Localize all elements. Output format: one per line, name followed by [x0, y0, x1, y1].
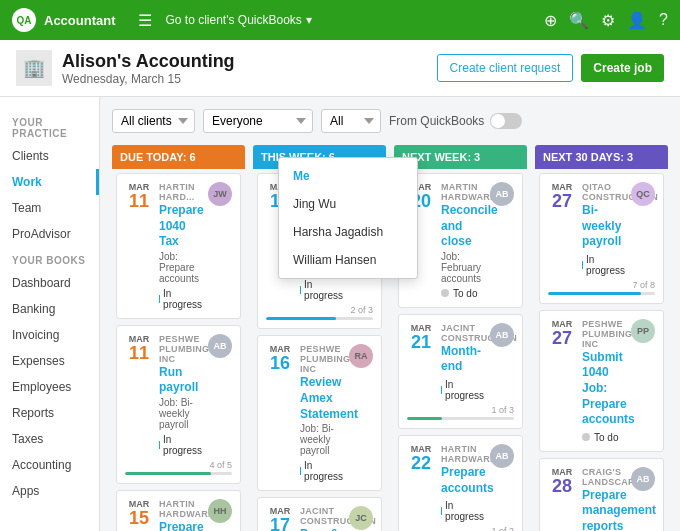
sidebar-item-employees[interactable]: Employees — [0, 374, 99, 400]
progress-bar-wrap: 1 of 2 — [407, 526, 514, 531]
table-row[interactable]: MAR 22 HARTIN HARDWARE Prepare accounts … — [398, 435, 523, 531]
card-date: MAR 11 — [125, 182, 153, 210]
card-date: MAR 21 — [407, 323, 435, 351]
client-header: 🏢 Alison's Accounting Wednesday, March 1… — [0, 40, 680, 97]
table-row[interactable]: MAR 28 CRAIG'S LANDSCAPING Prepare manag… — [539, 458, 664, 531]
sidebar-item-taxes[interactable]: Taxes — [0, 426, 99, 452]
goto-label: Go to client's QuickBooks — [166, 13, 302, 27]
status-dot — [582, 433, 590, 441]
sidebar: YOUR PRACTICE Clients Work Team ProAdvis… — [0, 97, 100, 531]
avatar: AB — [208, 334, 232, 358]
sidebar-section-books: YOUR BOOKS — [0, 247, 99, 270]
table-row[interactable]: MAR 16 PESHWE PLUMBING INC Review Amex S… — [257, 335, 382, 491]
column-due-today: DUE TODAY: 6 MAR 11 HARTIN HARD... Prepa… — [112, 145, 245, 531]
table-row[interactable]: MAR 21 JACINT CONSTRUCTION Month-end In … — [398, 314, 523, 429]
create-job-button[interactable]: Create job — [581, 54, 664, 82]
toggle-knob — [491, 114, 505, 128]
client-info: 🏢 Alison's Accounting Wednesday, March 1… — [16, 50, 235, 86]
col-content-due-today: MAR 11 HARTIN HARD... Prepare 1040 Tax J… — [112, 169, 245, 531]
avatar: JC — [349, 506, 373, 530]
table-row[interactable]: MAR 27 PESHWE PLUMBING INC Submit 1040 J… — [539, 310, 664, 452]
create-request-button[interactable]: Create client request — [437, 54, 574, 82]
status-label: In progress — [586, 254, 625, 276]
status-label: In progress — [304, 279, 343, 301]
card-date: MAR 17 — [266, 506, 294, 531]
client-date: Wednesday, March 15 — [62, 72, 235, 86]
card-date: MAR 27 — [548, 319, 576, 347]
app-logo: QA — [12, 8, 36, 32]
col-content-next-30: MAR 27 QITAO CONSTRUCTION Bi-weekly payr… — [535, 169, 668, 531]
dropdown-item-william[interactable]: William Hansen — [279, 246, 417, 274]
progress-bar-wrap: 2 of 3 — [266, 305, 373, 320]
nav-icons: ⊕ 🔍 ⚙ 👤 ? — [544, 11, 668, 30]
progress-bar-wrap: 4 of 5 — [125, 460, 232, 475]
dropdown-item-me[interactable]: Me — [279, 162, 417, 190]
sidebar-section-practice: YOUR PRACTICE — [0, 109, 99, 143]
filters-bar: All clients Everyone All From QuickBooks — [112, 109, 668, 133]
app-brand: Accountant — [44, 13, 116, 28]
column-next-30: NEXT 30 DAYS: 3 MAR 27 QITAO CONSTRUCTIO… — [535, 145, 668, 531]
avatar: PP — [631, 319, 655, 343]
table-row[interactable]: MAR 15 HARTIN HARDWARE Prepare accounts … — [116, 490, 241, 531]
sidebar-item-accounting[interactable]: Accounting — [0, 452, 99, 478]
help-icon[interactable]: ? — [659, 11, 668, 29]
from-quickbooks-toggle[interactable] — [490, 113, 522, 129]
sidebar-item-reports[interactable]: Reports — [0, 400, 99, 426]
avatar: AB — [631, 467, 655, 491]
sidebar-item-proadvisor[interactable]: ProAdvisor — [0, 221, 99, 247]
sidebar-item-expenses[interactable]: Expenses — [0, 348, 99, 374]
settings-icon[interactable]: ⚙ — [601, 11, 615, 30]
col-header-due-today: DUE TODAY: 6 — [112, 145, 245, 169]
progress-bar-wrap: 1 of 3 — [407, 405, 514, 420]
card-date: MAR 16 — [266, 344, 294, 372]
avatar: QC — [631, 182, 655, 206]
avatar: AB — [490, 323, 514, 347]
card-date: MAR 11 — [125, 334, 153, 362]
status-label: To do — [594, 432, 618, 443]
sidebar-item-banking[interactable]: Banking — [0, 296, 99, 322]
goto-quickbooks[interactable]: Go to client's QuickBooks ▾ — [166, 13, 312, 27]
table-row[interactable]: MAR 17 JACINT CONSTRUCTION Prep & submit… — [257, 497, 382, 531]
logo-text: QA — [17, 15, 32, 26]
progress-bar-wrap: 7 of 8 — [548, 280, 655, 295]
everyone-dropdown[interactable]: Me Jing Wu Harsha Jagadish William Hanse… — [278, 157, 418, 279]
main-content: All clients Everyone All From QuickBooks… — [100, 97, 680, 531]
status-label: To do — [453, 288, 477, 299]
add-icon[interactable]: ⊕ — [544, 11, 557, 30]
card-date: MAR 27 — [548, 182, 576, 210]
col-header-next-30: NEXT 30 DAYS: 3 — [535, 145, 668, 169]
top-nav: QA Accountant ☰ Go to client's QuickBook… — [0, 0, 680, 40]
main-layout: YOUR PRACTICE Clients Work Team ProAdvis… — [0, 97, 680, 531]
sidebar-item-invoicing[interactable]: Invoicing — [0, 322, 99, 348]
sidebar-item-work[interactable]: Work — [0, 169, 99, 195]
table-row[interactable]: MAR 11 PESHWE PLUMBING INC Run payroll J… — [116, 325, 241, 484]
card-date: MAR 22 — [407, 444, 435, 472]
from-quickbooks-filter: From QuickBooks — [389, 113, 522, 129]
status-label: In progress — [163, 288, 202, 310]
dropdown-item-harsha[interactable]: Harsha Jagadish — [279, 218, 417, 246]
table-row[interactable]: MAR 27 QITAO CONSTRUCTION Bi-weekly payr… — [539, 173, 664, 304]
status-dot — [441, 289, 449, 297]
dropdown-item-jing[interactable]: Jing Wu — [279, 190, 417, 218]
avatar: RA — [349, 344, 373, 368]
card-date: MAR 15 — [125, 499, 153, 527]
client-name: Alison's Accounting — [62, 51, 235, 72]
user-icon[interactable]: 👤 — [627, 11, 647, 30]
sidebar-item-clients[interactable]: Clients — [0, 143, 99, 169]
everyone-filter[interactable]: Everyone — [203, 109, 313, 133]
all-filter[interactable]: All — [321, 109, 381, 133]
sidebar-item-team[interactable]: Team — [0, 195, 99, 221]
menu-icon[interactable]: ☰ — [138, 11, 152, 30]
clients-filter[interactable]: All clients — [112, 109, 195, 133]
card-date: MAR 28 — [548, 467, 576, 495]
client-logo: 🏢 — [16, 50, 52, 86]
col-title-due-today: DUE TODAY: 6 — [120, 151, 196, 163]
col-title-next-30: NEXT 30 DAYS: 3 — [543, 151, 633, 163]
table-row[interactable]: MAR 11 HARTIN HARD... Prepare 1040 Tax J… — [116, 173, 241, 319]
status-label: In progress — [445, 379, 484, 401]
sidebar-item-apps[interactable]: Apps — [0, 478, 99, 504]
status-label: In progress — [163, 434, 202, 456]
search-icon[interactable]: 🔍 — [569, 11, 589, 30]
avatar: JW — [208, 182, 232, 206]
sidebar-item-dashboard[interactable]: Dashboard — [0, 270, 99, 296]
